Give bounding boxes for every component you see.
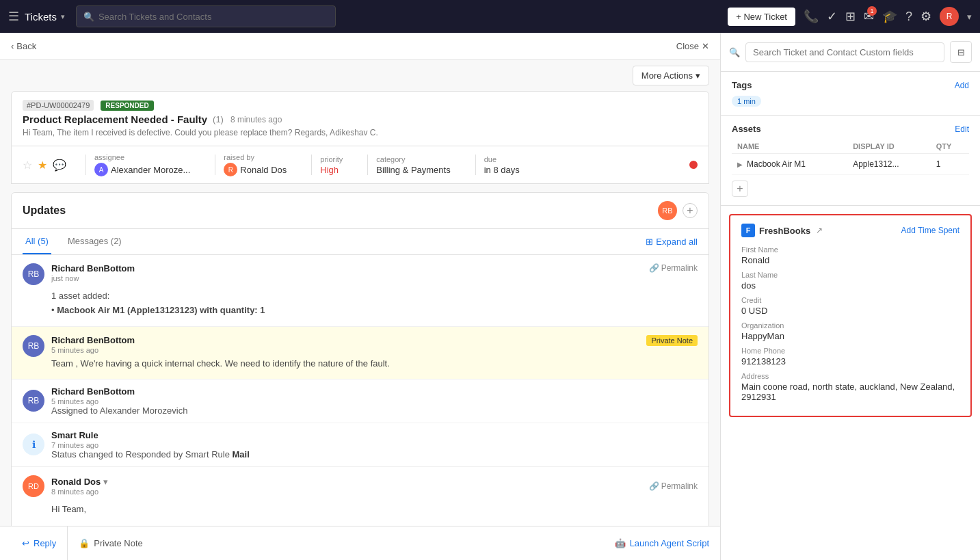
tab-messages-label: Messages (2): [68, 236, 122, 246]
ronald-body: Hi Team, The item I received is defectiv…: [51, 503, 698, 526]
tag-item[interactable]: 1 min: [732, 96, 761, 107]
activity-item-ronald-message: RD Ronald Dos ▾ 8 minutes ago 🔗 Perm: [12, 467, 708, 526]
updates-header: Updates RB +: [12, 193, 708, 229]
raised-by-field: raised by R Ronald Dos: [224, 153, 287, 176]
assets-col-display-id: DISPLAY ID: [847, 139, 931, 154]
tab-all-label: All (5): [25, 236, 49, 246]
private-note-author: Richard BenBottom: [51, 335, 639, 345]
filter-icon: ⊟: [957, 47, 965, 57]
assigned-time: 5 minutes ago: [51, 397, 187, 405]
freshbooks-org-value: HappyMan: [741, 331, 959, 341]
category-name: Billing & Payments: [376, 165, 450, 175]
asset-display-id-value: Apple1312...: [847, 154, 931, 175]
user-avatar[interactable]: R: [940, 7, 959, 26]
assigned-author: Richard BenBottom: [51, 386, 187, 397]
breadcrumb: ‹ Back Close ✕: [0, 33, 720, 60]
tags-list: 1 min: [732, 96, 969, 107]
expand-all-label: Expand all: [656, 237, 698, 247]
global-search-input[interactable]: [98, 12, 328, 22]
brand-title[interactable]: Tickets ▾: [25, 11, 65, 23]
reply-icon: ↩: [22, 538, 29, 548]
check-icon[interactable]: ✓: [827, 9, 837, 24]
ticket-count: (1): [213, 114, 224, 124]
raised-by-avatar: R: [224, 163, 237, 176]
freshbooks-link-icon[interactable]: ↗: [816, 226, 823, 235]
due-label: due: [484, 155, 520, 163]
settings-icon[interactable]: ⚙: [921, 9, 931, 24]
user-dropdown-icon[interactable]: ▾: [967, 12, 972, 22]
freshbooks-address-label: Address: [741, 372, 959, 380]
meta-divider-4: [367, 155, 368, 175]
brand-dropdown-icon[interactable]: ▾: [61, 12, 65, 21]
freshbooks-firstname-field: First Name Ronald: [741, 245, 959, 265]
ronald-permalink-label: Permalink: [661, 481, 698, 491]
ticket-detail-pane: ‹ Back Close ✕ More Actions ▾ #PD-UW0000…: [0, 33, 720, 560]
launch-agent-label: Launch Agent Script: [630, 538, 709, 548]
star-empty-icon[interactable]: ☆: [23, 159, 32, 172]
assets-edit-button[interactable]: Edit: [955, 124, 969, 134]
ronald-time: 8 minutes ago: [51, 488, 108, 496]
expand-icon: ⊞: [646, 237, 653, 247]
private-note-badge: Private Note: [646, 335, 698, 346]
ronald-dropdown-icon[interactable]: ▾: [103, 477, 108, 487]
freshbooks-address-field: Address Main coone road, north state, au…: [741, 372, 959, 402]
launch-agent-button[interactable]: 🤖 Launch Agent Script: [615, 538, 709, 548]
ticket-status-badge: RESPONDED: [101, 101, 153, 111]
activity-item-private-note: RB Richard BenBottom 5 minutes ago Team …: [12, 327, 708, 379]
search-icon: 🔍: [83, 12, 94, 22]
add-asset-button[interactable]: +: [732, 181, 748, 197]
bubble-icon[interactable]: 💬: [53, 159, 66, 172]
notification-badge: 1: [867, 6, 877, 16]
freshbooks-add-time-button[interactable]: Add Time Spent: [901, 226, 959, 235]
meta-divider-2: [215, 155, 215, 175]
assets-col-name: NAME: [732, 139, 847, 154]
freshbooks-org-label: Organization: [741, 321, 959, 330]
back-button[interactable]: ‹ Back: [11, 41, 36, 51]
priority-name: High: [320, 165, 339, 175]
tags-add-button[interactable]: Add: [955, 81, 969, 90]
freshbooks-title: FreshBooks: [759, 226, 810, 236]
assets-section: Assets Edit NAME DISPLAY ID QTY ▶: [721, 116, 980, 206]
ronald-permalink[interactable]: 🔗 Permalink: [649, 481, 698, 491]
add-watcher-button[interactable]: +: [683, 203, 698, 218]
more-actions-dropdown-icon: ▾: [696, 70, 700, 81]
asset-author-info: Richard BenBottom just now: [51, 263, 135, 282]
right-search-filter-button[interactable]: ⊟: [950, 41, 972, 63]
tags-section-header: Tags Add: [732, 80, 969, 90]
updates-title: Updates: [23, 204, 66, 217]
info-icon: ℹ: [32, 439, 36, 450]
category-label: category: [376, 155, 450, 163]
graduation-icon[interactable]: 🎓: [882, 9, 897, 24]
close-button[interactable]: Close ✕: [676, 41, 709, 51]
tab-messages[interactable]: Messages (2): [65, 229, 124, 254]
freshbooks-phone-label: Home Phone: [741, 347, 959, 355]
more-actions-button[interactable]: More Actions ▾: [633, 66, 709, 85]
phone-icon[interactable]: 📞: [804, 9, 819, 24]
star-filled-icon[interactable]: ★: [38, 159, 47, 172]
ticket-title: Product Replacement Needed - Faulty: [23, 114, 207, 125]
new-ticket-label: + New Ticket: [736, 12, 787, 22]
asset-permalink[interactable]: 🔗 Permalink: [649, 263, 698, 273]
layout-icon[interactable]: ⊞: [845, 9, 856, 24]
assets-col-qty: QTY: [931, 139, 969, 154]
reply-button[interactable]: ↩ Reply: [11, 526, 68, 560]
help-icon[interactable]: ?: [905, 10, 912, 24]
freshbooks-credit-value: 0 USD: [741, 306, 959, 316]
table-row: ▶ Macbook Air M1 Apple1312... 1: [732, 154, 969, 175]
priority-label: priority: [320, 155, 343, 163]
new-ticket-button[interactable]: + New Ticket: [728, 8, 795, 26]
freshbooks-logo: F: [741, 224, 755, 237]
freshbooks-lastname-value: dos: [741, 280, 959, 291]
tab-all[interactable]: All (5): [23, 229, 51, 254]
asset-qty-value: 1: [931, 154, 969, 175]
right-search-input[interactable]: [745, 42, 944, 62]
ticket-meta-row: ☆ ★ 💬 assignee A Alexander Moroze... rai…: [11, 146, 709, 184]
category-field: category Billing & Payments: [376, 155, 450, 175]
asset-item-header: RB Richard BenBottom just now 🔗 Permalin…: [23, 263, 698, 285]
asset-row-chevron[interactable]: ▶: [737, 161, 743, 168]
expand-all-button[interactable]: ⊞ Expand all: [646, 229, 698, 254]
private-note-button[interactable]: 🔒 Private Note: [68, 526, 154, 560]
notification-icon[interactable]: ✉ 1: [864, 9, 874, 24]
global-search-bar[interactable]: 🔍: [76, 5, 336, 27]
ticket-header: #PD-UW00002479 RESPONDED Product Replace…: [11, 91, 709, 146]
